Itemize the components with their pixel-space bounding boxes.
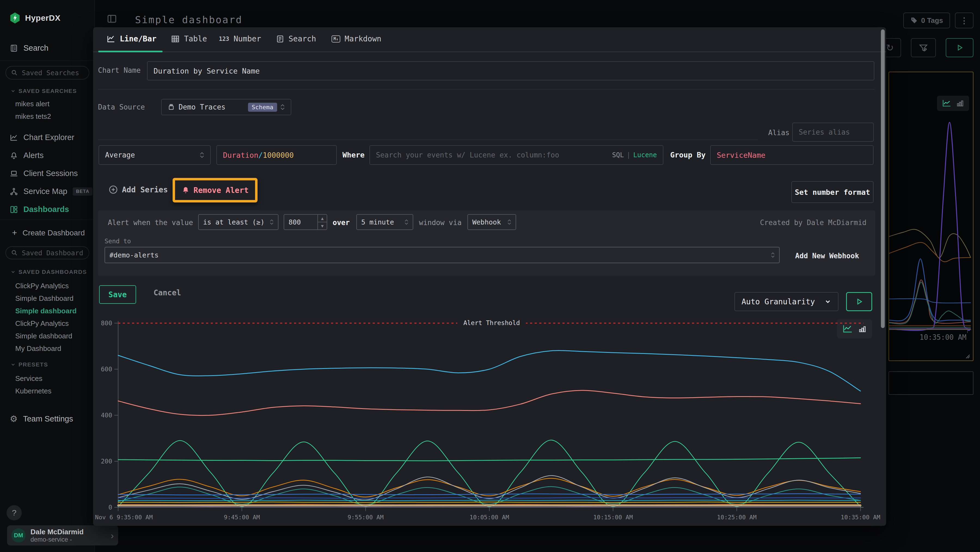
sidebar-item-label: Client Sessions (24, 169, 78, 178)
preset-item[interactable]: Kubernetes (0, 385, 95, 397)
chart-name-input[interactable]: Duration by Service Name (147, 61, 874, 80)
bell-icon (10, 152, 18, 160)
send-to-select[interactable]: #demo-alerts (105, 247, 780, 263)
saved-search-item[interactable]: mikes tets2 (0, 110, 95, 123)
divider (0, 220, 95, 220)
bar-chart-icon (956, 99, 964, 107)
sidebar-item-client-sessions[interactable]: Client Sessions (10, 169, 78, 178)
dashboard-item[interactable]: My Dashboard (0, 342, 95, 355)
data-source-select[interactable]: Demo Traces Schema (161, 99, 291, 115)
tab-number[interactable]: 123 Number (219, 34, 261, 43)
cancel-button[interactable]: Cancel (154, 288, 181, 297)
presets-header[interactable]: PRESETS (10, 361, 48, 368)
add-new-webhook-button[interactable]: Add New Webhook (795, 252, 859, 260)
divider (98, 139, 758, 140)
alias-input[interactable]: Series alias (792, 123, 874, 142)
tab-search[interactable]: Search (276, 34, 316, 43)
saved-searches-input[interactable]: Saved Searches (5, 66, 89, 80)
chart-type-toggle-bg[interactable] (937, 96, 969, 111)
svg-text:10:35:00 AM: 10:35:00 AM (841, 514, 880, 521)
sql-toggle[interactable]: SQL (612, 151, 624, 159)
create-dashboard-button[interactable]: + Create Dashboard (12, 228, 85, 238)
schema-badge: Schema (248, 103, 277, 112)
user-card[interactable]: DM Dale McDiarmid demo-service - › (7, 525, 118, 546)
created-by-label: Created by Dale McDiarmid (760, 219, 867, 227)
sidebar-item-team-settings[interactable]: ⚙ Team Settings (10, 413, 73, 424)
saved-searches-header[interactable]: SAVED SEARCHES (10, 88, 77, 94)
sidebar-item-chart-explorer[interactable]: Chart Explorer (10, 133, 74, 142)
alert-threshold-input[interactable]: 800 ▲▼ (284, 214, 327, 230)
granularity-select[interactable]: Auto Granularity (735, 292, 838, 311)
chart-name-label: Chart Name (98, 66, 141, 74)
brand[interactable]: HyperDX (9, 12, 60, 24)
sidebar-item-alerts[interactable]: Alerts (10, 151, 43, 160)
select-chevrons-icon (270, 219, 274, 225)
chevron-down-icon (10, 88, 16, 94)
alias-label: Alias (768, 129, 789, 137)
chevron-down-icon (10, 362, 16, 367)
kebab-menu-button[interactable]: ⋮ (955, 13, 974, 28)
add-series-button[interactable]: Add Series (108, 185, 168, 195)
dashboard-item[interactable]: ClickPy Analytics (0, 279, 95, 292)
svg-text:10:15:00 AM: 10:15:00 AM (593, 514, 633, 521)
group-by-input[interactable]: ServiceName (710, 145, 873, 165)
run-chart-button[interactable] (846, 292, 872, 311)
svg-text:Nov 6 9:35:00 AM: Nov 6 9:35:00 AM (95, 514, 153, 521)
aggregation-select[interactable]: Average (99, 145, 211, 165)
group-by-label: Group By (670, 151, 706, 159)
saved-searches-placeholder: Saved Searches (22, 69, 79, 77)
saved-search-item[interactable]: mikes alert (0, 97, 95, 110)
collapse-sidebar-button[interactable] (107, 14, 117, 24)
svg-text:800: 800 (101, 320, 112, 327)
dashboard-item-active[interactable]: Simple dashboard (0, 305, 95, 317)
preset-item[interactable]: Services (0, 372, 95, 385)
svg-text:600: 600 (101, 365, 112, 373)
dashboard-item[interactable]: Simple dashboard (0, 330, 95, 342)
saved-dashboards-input[interactable]: Saved Dashboards (5, 246, 89, 259)
alert-window-select[interactable]: 5 minute (356, 214, 413, 230)
number-123-icon: 123 (219, 36, 229, 42)
svg-text:10:25:00 AM: 10:25:00 AM (717, 514, 757, 521)
svg-text:Alert Threshold: Alert Threshold (463, 319, 520, 326)
dashboard-item[interactable]: ClickPy Analytics (0, 317, 95, 330)
alert-prefix-label: Alert when the value (108, 219, 193, 227)
send-to-label: Send to (105, 238, 131, 245)
data-source-label: Data Source (98, 103, 145, 111)
bell-icon (181, 186, 190, 194)
number-spinner[interactable]: ▲▼ (317, 215, 327, 230)
where-search-input[interactable]: Search your events w/ Lucene ex. column:… (369, 145, 663, 165)
line-chart-icon (107, 35, 115, 43)
sidebar-item-search[interactable]: Search (10, 44, 48, 53)
saved-dashboards-header[interactable]: SAVED DASHBOARDS (10, 269, 87, 275)
duration-chart[interactable]: 0200400600800Nov 6 9:35:00 AM9:45:00 AM9… (98, 316, 882, 526)
dashboard-item[interactable]: Simple Dashboard (0, 292, 95, 305)
set-number-format-button[interactable]: Set number format (791, 181, 873, 203)
play-icon (855, 298, 863, 306)
line-chart-icon (942, 99, 952, 107)
tabs-divider (93, 51, 886, 52)
sidebar-item-dashboards[interactable]: Dashboards (10, 205, 69, 214)
save-button[interactable]: Save (99, 285, 136, 304)
help-button[interactable]: ? (6, 505, 22, 520)
presets-list: Services Kubernetes (0, 372, 95, 397)
tab-markdown[interactable]: M↓ Markdown (332, 34, 381, 43)
alert-channel-select[interactable]: Webhook (468, 214, 516, 230)
run-query-button-bg[interactable] (946, 38, 974, 57)
saved-dashboards-list: ClickPy Analytics Simple Dashboard Simpl… (0, 279, 95, 355)
remove-alert-button[interactable]: Remove Alert (181, 186, 248, 195)
modal-scrollbar[interactable] (881, 29, 885, 328)
user-subtitle: demo-service - (30, 536, 106, 543)
tab-table[interactable]: Table (171, 34, 207, 43)
tab-line-bar[interactable]: Line/Bar (107, 34, 156, 43)
resize-handle-icon[interactable] (965, 353, 971, 359)
filter-button[interactable] (911, 38, 936, 57)
lucene-toggle[interactable]: Lucene (633, 151, 657, 159)
search-icon (11, 69, 18, 76)
sidebar-item-label: Dashboards (24, 205, 69, 214)
sidebar-item-service-map[interactable]: Service Map BETA (10, 187, 92, 196)
tags-button[interactable]: 0 Tags (903, 13, 950, 28)
dashboards-icon (10, 206, 18, 214)
field-expression-input[interactable]: Duration/1000000 (216, 145, 337, 165)
alert-condition-select[interactable]: is at least (≥) (198, 214, 278, 230)
sidebar-item-label: Service Map (24, 187, 67, 196)
